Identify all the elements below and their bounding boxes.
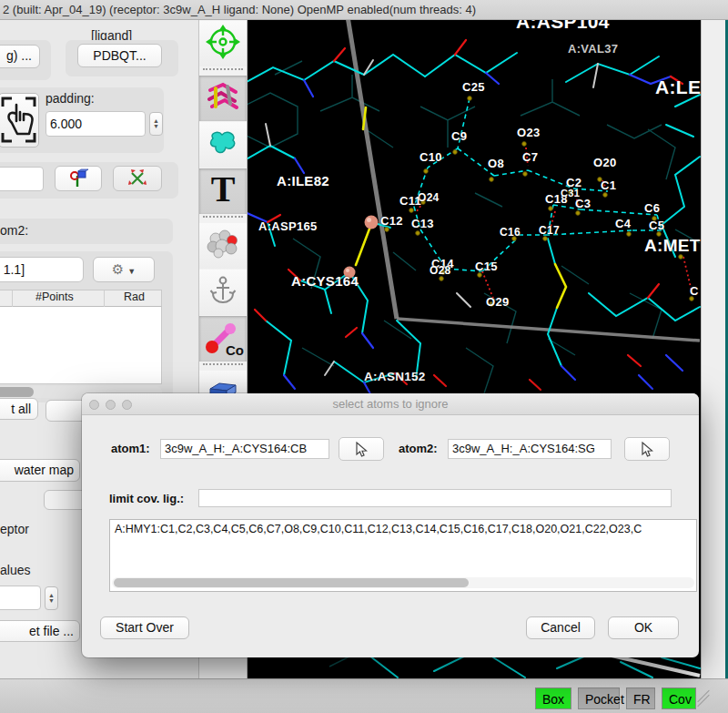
- residue-label: A:VAL37: [568, 42, 618, 56]
- anchor-icon: [209, 275, 237, 310]
- minimize-button[interactable]: [106, 400, 116, 410]
- pick-box-button[interactable]: [0, 93, 39, 148]
- atom2-section-label: om2:: [0, 223, 28, 238]
- stepper-down-icon: ▼: [153, 124, 159, 129]
- radius-column-header: Rad: [124, 290, 145, 303]
- ignored-atoms-text: A:HMY1:C1,C2,C3,C4,C5,C6,C7,O8,C9,C10,C1…: [115, 523, 642, 535]
- atom-label: C10: [420, 150, 442, 164]
- toolbar-separator: [203, 68, 243, 74]
- cursor-pointer-icon: [641, 442, 653, 457]
- atom-label: C16: [500, 226, 521, 239]
- covalent-tool-label: Co: [226, 342, 244, 358]
- atom-label: O20: [593, 156, 616, 169]
- cursor-pointer-icon: [355, 442, 368, 457]
- atom-label: O8: [488, 157, 504, 170]
- padding-label: padding:: [46, 91, 95, 106]
- residue-label: A:MET: [644, 236, 701, 256]
- ribbon-tool-button[interactable]: [199, 76, 247, 121]
- status-bar: BoxPocketFRCov: [0, 678, 728, 713]
- scrollbar-thumb[interactable]: [0, 387, 34, 397]
- value-input[interactable]: [0, 586, 41, 610]
- atom1-field[interactable]: 3c9w_A_H:_A:CYS164:CB: [160, 439, 329, 459]
- mode-button-box[interactable]: Box: [535, 688, 571, 709]
- padding-stepper[interactable]: ▲▼: [149, 112, 163, 136]
- limit-cov-lig-label: limit cov. lig.:: [109, 492, 184, 505]
- padding-input[interactable]: 6.000: [46, 111, 146, 137]
- atom-label: O28: [430, 264, 451, 277]
- start-over-button[interactable]: Start Over: [100, 616, 189, 639]
- spheres-icon: [205, 228, 241, 264]
- atom-label: C5: [649, 219, 664, 232]
- set-file-button[interactable]: et file ...: [0, 620, 80, 642]
- residue-label: A:ILE82: [277, 173, 329, 188]
- show-ligand-button[interactable]: [55, 166, 102, 191]
- expand-view-button[interactable]: [113, 166, 162, 191]
- points-table-header: #Points Rad: [0, 290, 162, 307]
- residue-label: A:LE: [655, 76, 701, 98]
- gear-icon: ⚙: [112, 261, 124, 277]
- pdbqt-button[interactable]: PDBQT...: [77, 44, 162, 67]
- atom2-pick-button[interactable]: [624, 437, 670, 461]
- atom-label: O23: [517, 126, 540, 139]
- hand-select-icon: [0, 94, 38, 147]
- atom-label: C7: [522, 150, 538, 164]
- covalent-tool-button[interactable]: Co: [199, 316, 247, 362]
- anchor-tool-button[interactable]: [199, 270, 247, 315]
- value-stepper[interactable]: ▲▼: [45, 586, 58, 610]
- toolbar-separator: [203, 216, 243, 221]
- scrollbar-thumb[interactable]: [114, 578, 469, 587]
- atom-label: C4: [615, 217, 631, 230]
- ribbon-icon: [205, 79, 241, 117]
- points-column-header: #Points: [35, 290, 74, 303]
- atom-label: C13: [411, 217, 434, 230]
- text-label-icon: T: [207, 170, 239, 212]
- close-button[interactable]: [89, 400, 99, 410]
- site-input[interactable]: ite 1.1]: [0, 257, 84, 282]
- resize-grip[interactable]: [695, 692, 712, 707]
- atom-label: C15: [475, 260, 498, 273]
- textarea-horizontal-scrollbar[interactable]: [112, 577, 694, 588]
- spheres-tool-button[interactable]: [199, 223, 247, 269]
- select-all-button[interactable]: t all: [0, 398, 38, 420]
- receptor-label: eptor: [0, 522, 29, 536]
- tools-text-field[interactable]: [0, 167, 44, 191]
- atom-label: C1: [601, 178, 616, 192]
- atom-label: C17: [539, 224, 560, 237]
- atom-label: C: [690, 284, 699, 298]
- atom-label: C25: [462, 80, 485, 94]
- mode-button-pocket[interactable]: Pocket: [578, 688, 620, 709]
- select-atoms-dialog: select atoms to ignore atom1: 3c9w_A_H:_…: [82, 393, 699, 657]
- text-label-tool-button[interactable]: T: [199, 168, 247, 214]
- svg-text:T: T: [211, 170, 236, 209]
- mode-button-fr[interactable]: FR: [626, 688, 655, 709]
- limit-cov-lig-field[interactable]: [198, 489, 672, 507]
- residue-label: A:CYS164: [291, 273, 359, 289]
- atom-label: C3: [575, 197, 591, 210]
- trackball-tool-button[interactable]: [199, 21, 247, 66]
- toolbar-separator: [203, 363, 243, 369]
- atom2-label: atom2:: [399, 442, 438, 455]
- atom-label: C12: [380, 214, 403, 228]
- atom-label: O29: [486, 295, 509, 309]
- dialog-title: select atoms to ignore: [332, 397, 448, 411]
- water-map-button[interactable]: water map: [0, 459, 80, 482]
- residue-label: A:ASN152: [364, 370, 426, 383]
- ligand-surface-tool-button[interactable]: [199, 122, 247, 168]
- points-table-body[interactable]: [0, 307, 162, 384]
- ok-button[interactable]: OK: [608, 616, 679, 639]
- zoom-button[interactable]: [122, 400, 132, 410]
- atom1-pick-button[interactable]: [339, 437, 384, 461]
- ignored-atoms-textarea[interactable]: A:HMY1:C1,C2,C3,C4,C5,C6,C7,O8,C9,C10,C1…: [109, 519, 697, 592]
- ligand-file-button[interactable]: g) ...: [0, 45, 40, 68]
- atom-label: C6: [644, 201, 660, 215]
- right-gutter: [701, 20, 725, 678]
- cancel-button[interactable]: Cancel: [526, 616, 595, 639]
- atom2-field[interactable]: 3c9w_A_H:_A:CYS164:SG: [448, 439, 612, 459]
- mode-button-cov[interactable]: Cov: [662, 688, 696, 709]
- residue-label: A:ASP165: [258, 219, 318, 233]
- site-gear-menu[interactable]: ⚙ ▼: [93, 257, 155, 282]
- application-window: 2 (built: Apr_04_19) (receptor: 3c9w_A_H…: [0, 0, 728, 713]
- atom-label: C9: [451, 129, 467, 143]
- atom-label: C11: [399, 194, 421, 208]
- trackball-icon: [205, 24, 241, 64]
